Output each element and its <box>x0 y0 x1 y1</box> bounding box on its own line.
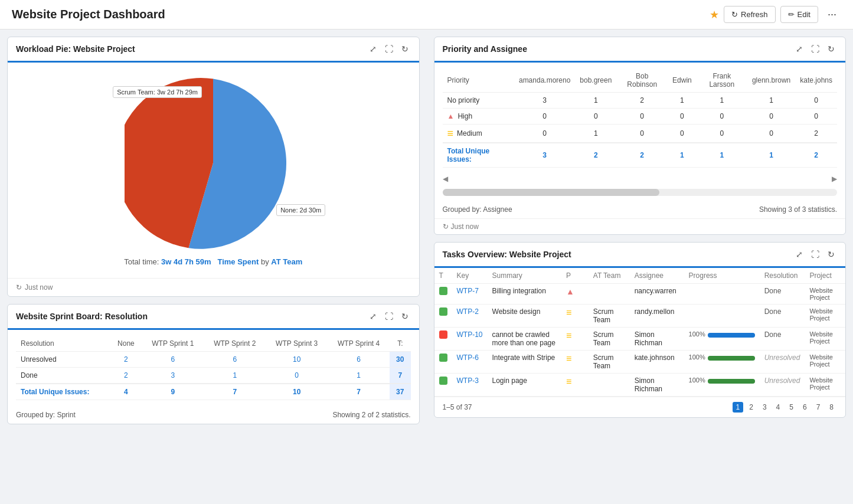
priority-totals-row: Total Unique Issues: 3 2 2 1 1 1 2 <box>443 143 838 168</box>
page-1[interactable]: 1 <box>733 402 744 413</box>
sprint-col-total: T: <box>390 336 410 352</box>
page-6[interactable]: 6 <box>799 402 810 413</box>
fullscreen-priority-icon[interactable]: ⛶ <box>809 43 822 55</box>
expand-priority-icon[interactable]: ⤢ <box>793 43 805 55</box>
sprint-col-s3: WTP Sprint 3 <box>266 336 328 352</box>
task-type-icon <box>439 307 447 316</box>
task-row-wtp7: WTP-7 Billing integration ▲ nancy.warren… <box>434 284 846 305</box>
page-8[interactable]: 8 <box>826 402 837 413</box>
priority-medium-icon3: ≡ <box>566 354 571 364</box>
sprint-table: Resolution None WTP Sprint 1 WTP Sprint … <box>16 336 411 400</box>
page-7[interactable]: 7 <box>813 402 824 413</box>
page-3[interactable]: 3 <box>759 402 770 413</box>
page-title: Website Project Dashboard <box>12 8 165 21</box>
pie-label-scrum: Scrum Team: 3w 2d 7h 29m <box>113 86 202 98</box>
pie-chart <box>125 74 302 251</box>
just-now-icon: ↻ <box>443 222 449 231</box>
priority-medium-icon: ≡ <box>566 307 571 318</box>
fullscreen-sprint-icon[interactable]: ⛶ <box>383 310 396 322</box>
task-type-icon <box>439 287 447 295</box>
more-button[interactable]: ··· <box>823 6 841 23</box>
page-numbers[interactable]: 1 2 3 4 5 6 7 8 <box>733 402 838 413</box>
sprint-row-totals: Total Unique Issues: 4 9 7 10 7 37 <box>16 384 411 400</box>
medium-priority-icon: ≡ <box>447 128 454 139</box>
priority-row-medium: ≡ Medium 0 1 0 0 0 0 2 <box>443 125 838 143</box>
tasks-pagination: 1–5 of 37 1 2 3 4 5 6 7 8 <box>434 397 846 417</box>
edit-icon: ✏ <box>788 10 795 19</box>
edit-button[interactable]: ✏ Edit <box>780 6 818 23</box>
task-row-wtp3: WTP-3 Login page ≡ Simon Richman 100% <box>434 374 846 397</box>
sprint-col-s4: WTP Sprint 4 <box>328 336 390 352</box>
tasks-overview-panel: Tasks Overview: Website Project ⤢ ⛶ ↻ T … <box>434 242 847 418</box>
refresh-priority-icon[interactable]: ↻ <box>825 43 837 55</box>
priority-footer: Grouped by: Assignee Showing 3 of 3 stat… <box>434 201 846 218</box>
refresh-button[interactable]: ↻ Refresh <box>724 6 776 23</box>
expand-sprint-icon[interactable]: ⤢ <box>367 310 379 322</box>
high-priority-icon: ▲ <box>447 112 455 120</box>
page-5[interactable]: 5 <box>786 402 797 413</box>
sprint-col-s1: WTP Sprint 1 <box>142 336 204 352</box>
fullscreen-tasks-icon[interactable]: ⛶ <box>809 248 822 260</box>
fullscreen-icon[interactable]: ⛶ <box>383 43 396 55</box>
priority-medium-icon4: ≡ <box>566 377 571 387</box>
tasks-table: T Key Summary P AT Team Assignee Progres… <box>434 268 846 397</box>
refresh-sprint-icon[interactable]: ↻ <box>399 310 411 322</box>
refresh-tasks-icon[interactable]: ↻ <box>825 248 837 260</box>
task-row-wtp10: WTP-10 cannot be crawled more than one p… <box>434 328 846 351</box>
expand-icon[interactable]: ⤢ <box>367 43 379 55</box>
priority-high-icon: ▲ <box>566 287 574 296</box>
sprint-row-done: Done 2 3 1 0 1 7 <box>16 368 411 384</box>
page-4[interactable]: 4 <box>773 402 784 413</box>
tasks-overview-title: Tasks Overview: Website Project <box>443 250 571 259</box>
sprint-footer: Grouped by: Sprint Showing 2 of 2 statis… <box>8 406 419 424</box>
priority-table: Priority amanda.moreno bob.green Bob Rob… <box>443 68 838 168</box>
priority-row-high: ▲ High 0 0 0 0 0 0 0 <box>443 109 838 125</box>
pie-refresh-icon: ↻ <box>16 283 22 292</box>
sprint-row-unresolved: Unresolved 2 6 6 10 6 30 <box>16 352 411 368</box>
expand-tasks-icon[interactable]: ⤢ <box>793 248 805 260</box>
task-type-icon4 <box>439 377 447 385</box>
workload-pie-title: Workload Pie: Website Project <box>16 44 135 54</box>
scroll-arrows[interactable]: ◀ ▶ <box>434 174 846 184</box>
workload-pie-panel: Workload Pie: Website Project ⤢ ⛶ ↻ Scru… <box>7 37 420 297</box>
priority-assignee-panel: Priority and Assignee ⤢ ⛶ ↻ Priority ama… <box>434 37 847 235</box>
sprint-col-none: None <box>110 336 142 352</box>
page-2[interactable]: 2 <box>746 402 757 413</box>
refresh-pie-icon[interactable]: ↻ <box>399 43 411 55</box>
page-header: Website Project Dashboard ★ ↻ Refresh ✏ … <box>0 0 853 30</box>
sprint-board-panel: Website Sprint Board: Resolution ⤢ ⛶ ↻ R… <box>7 304 420 424</box>
sprint-col-resolution: Resolution <box>16 336 110 352</box>
task-type-bug-icon <box>439 330 447 339</box>
sprint-col-s2: WTP Sprint 2 <box>204 336 266 352</box>
task-row-wtp6: WTP-6 Integrate with Stripe ≡ Scrum Team… <box>434 351 846 374</box>
star-icon[interactable]: ★ <box>710 8 719 21</box>
sprint-board-title: Website Sprint Board: Resolution <box>16 312 148 321</box>
pie-label-none: None: 2d 30m <box>276 204 325 216</box>
header-actions: ★ ↻ Refresh ✏ Edit ··· <box>710 6 841 23</box>
refresh-icon: ↻ <box>731 10 738 19</box>
priority-just-now: ↻ Just now <box>434 218 846 234</box>
task-type-icon3 <box>439 354 447 362</box>
priority-assignee-title: Priority and Assignee <box>443 44 527 54</box>
priority-scrollbar[interactable] <box>443 189 838 196</box>
priority-row-none: No priority 3 1 2 1 1 1 0 <box>443 93 838 109</box>
pie-just-now: Just now <box>25 283 53 292</box>
task-row-wtp2: WTP-2 Website design ≡ Scrum Team randy.… <box>434 305 846 328</box>
priority-medium-icon2: ≡ <box>566 330 571 341</box>
